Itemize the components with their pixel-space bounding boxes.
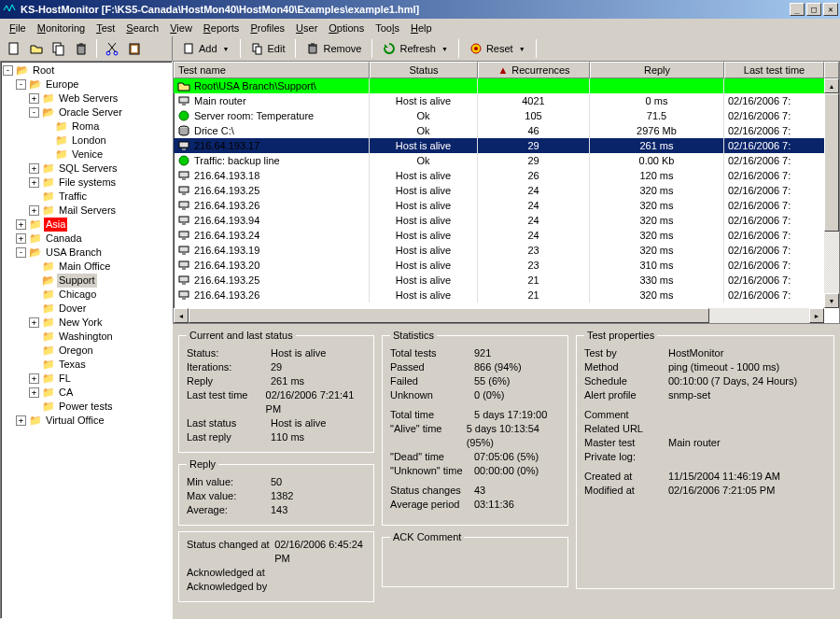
tree-item[interactable]: Venice — [70, 148, 105, 162]
cell-status: Host is alive — [370, 183, 478, 198]
table-row[interactable]: Server room: TemperatureOk10571.502/16/2… — [174, 108, 839, 123]
menu-search[interactable]: Search — [120, 21, 164, 35]
svg-rect-1 — [9, 43, 18, 54]
tree-item[interactable]: Roma — [70, 120, 101, 134]
cell-recurrences: 21 — [478, 288, 590, 302]
menu-help[interactable]: Help — [405, 21, 438, 35]
test-grid[interactable]: Test name Status ▲Recurrences Reply Last… — [173, 61, 840, 324]
table-row[interactable]: 216.64.193.94Host is alive24320 ms02/16/… — [174, 213, 839, 228]
col-status[interactable]: Status — [370, 62, 478, 78]
tree-item[interactable]: CA — [57, 386, 75, 400]
menu-options[interactable]: Options — [323, 21, 370, 35]
menu-user[interactable]: User — [290, 21, 323, 35]
tree-delete-icon[interactable] — [71, 38, 91, 59]
edit-button[interactable]: Edit — [245, 38, 291, 59]
tree-copy-icon[interactable] — [49, 38, 69, 59]
tree-item[interactable]: FL — [57, 372, 73, 386]
table-row[interactable]: 216.64.193.25Host is alive21330 ms02/16/… — [174, 273, 839, 288]
tree-cut-icon[interactable] — [102, 38, 122, 59]
maximize-button[interactable]: □ — [806, 3, 821, 16]
tree-item[interactable]: Power tests — [57, 400, 114, 414]
tree-new-icon[interactable] — [4, 38, 24, 59]
folder-icon: 📂 — [16, 64, 29, 77]
table-row[interactable]: Main routerHost is alive40210 ms02/16/20… — [174, 93, 839, 108]
menu-file[interactable]: File — [4, 21, 32, 35]
table-row[interactable]: 216.64.193.26Host is alive21320 ms02/16/… — [174, 288, 839, 302]
minimize-button[interactable]: _ — [790, 3, 805, 16]
col-recurrences[interactable]: ▲Recurrences — [478, 62, 590, 78]
tree-item[interactable]: New York — [57, 316, 104, 330]
table-row[interactable]: Traffic: backup lineOk290.00 Kb02/16/200… — [174, 153, 839, 168]
remove-button[interactable]: Remove — [301, 38, 367, 59]
row-icon — [177, 229, 190, 242]
scroll-down-icon[interactable]: ▼ — [824, 293, 839, 308]
menu-profiles[interactable]: Profiles — [245, 21, 290, 35]
reset-button[interactable]: Reset▼ — [464, 38, 531, 59]
tree-item[interactable]: Traffic — [57, 190, 89, 204]
cell-status: Ok — [370, 108, 478, 123]
table-row[interactable]: 216.64.193.18Host is alive26120 ms02/16/… — [174, 168, 839, 183]
table-row[interactable]: 216.64.193.19Host is alive23320 ms02/16/… — [174, 243, 839, 258]
tree-item[interactable]: London — [70, 134, 108, 148]
table-row[interactable]: 216.64.193.26Host is alive24320 ms02/16/… — [174, 198, 839, 213]
cell-recurrences: 24 — [478, 183, 590, 198]
add-button[interactable]: Add▼ — [176, 38, 235, 59]
tree-item[interactable]: Web Servers — [57, 91, 119, 106]
cell-lasttest: 02/16/2006 7: — [724, 273, 839, 288]
table-row[interactable]: Root\USA Branch\Support\ — [174, 78, 839, 93]
tree-item[interactable]: Washington — [57, 330, 115, 344]
svg-rect-24 — [179, 202, 189, 207]
tree-item[interactable]: Chicago — [57, 288, 98, 302]
tree-item[interactable]: Texas — [57, 358, 88, 372]
tree-item[interactable]: Oregon — [57, 344, 95, 358]
folder-tree[interactable]: -📂Root -📂Europe +📁Web Servers -📂Oracle S… — [0, 61, 173, 619]
menu-tools[interactable]: Tools — [370, 21, 405, 35]
tree-europe[interactable]: Europe — [44, 77, 80, 91]
cell-name: Root\USA Branch\Support\ — [194, 80, 316, 91]
tree-open-icon[interactable] — [26, 38, 47, 59]
refresh-button[interactable]: Refresh▼ — [377, 38, 453, 59]
menu-reports[interactable]: Reports — [198, 21, 245, 35]
menu-monitoring[interactable]: Monitoring — [32, 21, 91, 35]
cell-lasttest: 02/16/2006 7: — [724, 138, 839, 153]
edit-label: Edit — [268, 43, 286, 54]
tree-item[interactable]: File systems — [57, 176, 118, 190]
close-button[interactable]: ✕ — [823, 3, 838, 16]
svg-point-12 — [474, 47, 478, 50]
tree-item[interactable]: USA Branch — [44, 246, 104, 260]
table-row[interactable]: 216.64.193.17Host is alive29261 ms02/16/… — [174, 138, 839, 153]
cell-name: 216.64.193.25 — [194, 274, 259, 286]
scroll-left-icon[interactable]: ◄ — [174, 308, 189, 323]
horizontal-scrollbar[interactable]: ◄ ► — [174, 308, 824, 323]
tree-item[interactable]: Main Office — [57, 260, 112, 274]
cell-lasttest: 02/16/2006 7: — [724, 168, 839, 183]
scroll-right-icon[interactable]: ► — [809, 308, 824, 323]
menu-test[interactable]: Test — [91, 21, 120, 35]
svg-rect-32 — [179, 261, 189, 267]
vertical-scrollbar[interactable]: ▲ ▼ — [824, 78, 839, 308]
cell-status — [370, 78, 478, 93]
tree-root[interactable]: Root — [31, 63, 56, 77]
scroll-up-icon[interactable]: ▲ — [824, 78, 839, 93]
cell-status: Host is alive — [370, 198, 478, 213]
table-row[interactable]: 216.64.193.25Host is alive24320 ms02/16/… — [174, 183, 839, 198]
tree-item[interactable]: Canada — [44, 232, 84, 246]
table-row[interactable]: 216.64.193.20Host is alive23310 ms02/16/… — [174, 258, 839, 273]
tree-paste-icon[interactable] — [124, 38, 145, 59]
tree-asia[interactable]: Asia — [44, 218, 67, 232]
tree-item[interactable]: SQL Servers — [57, 162, 119, 176]
expand-icon[interactable]: - — [3, 65, 13, 76]
col-testname[interactable]: Test name — [174, 62, 370, 78]
tree-item[interactable]: Virtual Office — [44, 414, 106, 428]
svg-rect-3 — [56, 46, 63, 55]
tree-support-selected[interactable]: Support — [57, 274, 97, 288]
col-lasttest[interactable]: Last test time — [724, 62, 824, 78]
tree-item[interactable]: Dover — [57, 302, 88, 316]
svg-rect-22 — [179, 187, 189, 192]
table-row[interactable]: Drice C:\Ok462976 Mb02/16/2006 7: — [174, 123, 839, 138]
tree-item[interactable]: Mail Servers — [57, 204, 118, 218]
col-reply[interactable]: Reply — [590, 62, 724, 78]
table-row[interactable]: 216.64.193.24Host is alive24320 ms02/16/… — [174, 228, 839, 243]
tree-item[interactable]: Oracle Server — [57, 106, 124, 120]
menu-view[interactable]: View — [164, 21, 198, 35]
